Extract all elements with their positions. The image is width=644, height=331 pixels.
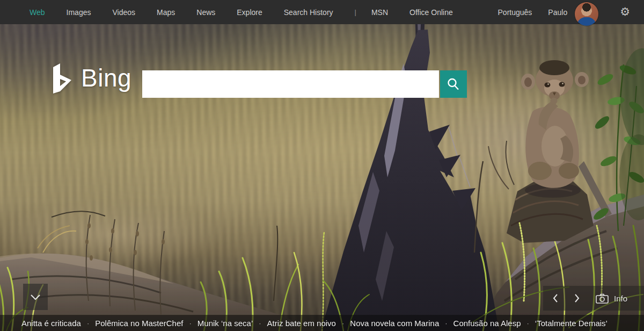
background-photo bbox=[0, 0, 644, 331]
nav-videos[interactable]: Videos bbox=[112, 8, 135, 17]
news-item[interactable]: Atriz bate em noivo bbox=[267, 319, 336, 328]
news-item[interactable]: Munik ‘na seca’ bbox=[197, 319, 253, 328]
nav-search-history[interactable]: Search History bbox=[284, 8, 333, 17]
news-separator: · bbox=[87, 319, 89, 327]
nav-news[interactable]: News bbox=[196, 8, 215, 17]
nav-images[interactable]: Images bbox=[67, 8, 91, 17]
search-form bbox=[142, 70, 467, 98]
chevron-right-icon bbox=[573, 293, 581, 304]
scroll-down-button[interactable] bbox=[23, 284, 48, 310]
trending-news-bar: Anitta é criticada · Polêmica no MasterC… bbox=[0, 315, 644, 331]
nav-left: Web Images Videos Maps News Explore Sear… bbox=[0, 8, 474, 17]
news-item[interactable]: Anitta é criticada bbox=[21, 319, 81, 328]
user-avatar[interactable] bbox=[575, 2, 598, 26]
news-separator: · bbox=[259, 319, 261, 327]
search-input[interactable] bbox=[142, 70, 439, 98]
settings-gear-icon[interactable]: ⚙ bbox=[620, 6, 630, 18]
bing-logo: Bing bbox=[51, 63, 131, 93]
nav-web[interactable]: Web bbox=[30, 8, 45, 17]
nav-maps[interactable]: Maps bbox=[157, 8, 175, 17]
search-button[interactable] bbox=[440, 70, 467, 98]
image-info-link[interactable]: Info bbox=[614, 294, 627, 303]
nav-right: Português Paulo ⚙ bbox=[498, 1, 644, 24]
top-navigation: Web Images Videos Maps News Explore Sear… bbox=[0, 0, 644, 24]
bing-wordmark: Bing bbox=[81, 63, 131, 92]
bing-logo-icon bbox=[51, 63, 74, 93]
nav-divider: | bbox=[355, 8, 356, 16]
image-controls: Info bbox=[543, 286, 644, 311]
news-item[interactable]: ‘Totalmente Demais’ bbox=[535, 319, 608, 328]
news-separator: · bbox=[527, 319, 529, 327]
monkey bbox=[521, 60, 589, 198]
username-link[interactable]: Paulo bbox=[548, 8, 567, 17]
news-separator: · bbox=[445, 319, 447, 327]
news-item[interactable]: Nova novela com Marina bbox=[350, 319, 439, 328]
news-item[interactable]: Confusão na Alesp bbox=[453, 319, 521, 328]
magnifier-icon bbox=[447, 77, 460, 91]
nav-explore[interactable]: Explore bbox=[237, 8, 262, 17]
nav-office-online[interactable]: Office Online bbox=[409, 8, 453, 17]
bing-homepage: Web Images Videos Maps News Explore Sear… bbox=[0, 0, 644, 331]
news-item[interactable]: Polêmica no MasterChef bbox=[95, 319, 183, 328]
news-separator: · bbox=[189, 319, 191, 327]
chevron-down-icon bbox=[30, 294, 41, 300]
chevron-left-icon bbox=[552, 293, 559, 304]
next-image-button[interactable] bbox=[571, 291, 583, 306]
nav-msn[interactable]: MSN bbox=[371, 8, 388, 17]
news-separator: · bbox=[342, 319, 344, 327]
language-selector[interactable]: Português bbox=[498, 8, 532, 17]
previous-image-button[interactable] bbox=[550, 291, 561, 306]
camera-icon bbox=[596, 293, 609, 304]
photo-illustration bbox=[0, 0, 644, 331]
